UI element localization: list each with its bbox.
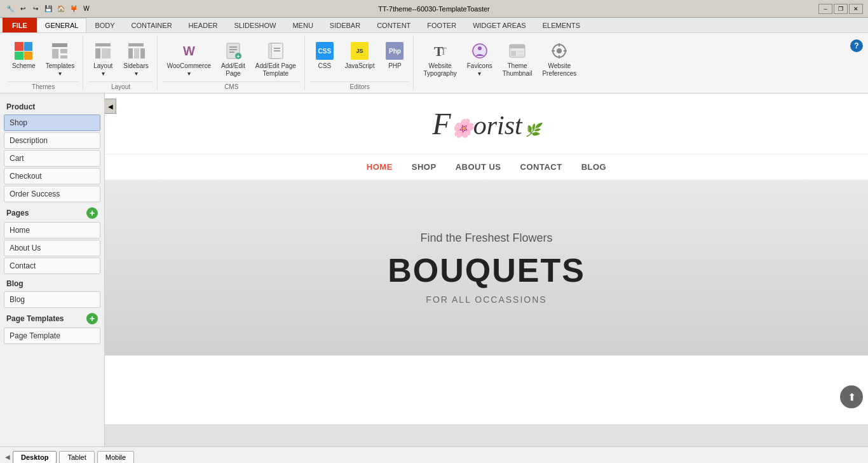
sidebar-section-blog: Blog bbox=[4, 275, 100, 290]
tab-elements[interactable]: ELEMENTS bbox=[534, 18, 588, 32]
sidebar-item-shop[interactable]: Shop bbox=[4, 114, 100, 131]
hero-description: FOR ALL OCCASSIONS bbox=[130, 294, 843, 305]
bottom-bar: ◀ Desktop Tablet Mobile bbox=[0, 446, 868, 463]
woo-icon[interactable]: W bbox=[81, 4, 92, 14]
tab-header[interactable]: HEADER bbox=[180, 18, 226, 32]
collapse-sidebar-button[interactable]: ◀ bbox=[105, 99, 116, 114]
tab-sidebar[interactable]: SIDEBAR bbox=[322, 18, 369, 32]
theme-thumbnail-icon bbox=[507, 41, 527, 61]
add-page-button[interactable]: + bbox=[86, 207, 98, 219]
sidebar-item-about-us[interactable]: About Us bbox=[4, 240, 100, 256]
svg-rect-10 bbox=[140, 48, 145, 59]
svg-rect-3 bbox=[60, 55, 67, 59]
php-button[interactable]: Php PHP bbox=[380, 38, 409, 73]
nav-item-about-us[interactable]: ABOUT US bbox=[456, 162, 501, 172]
home-icon[interactable]: 🏠 bbox=[56, 4, 66, 14]
svg-rect-1 bbox=[52, 49, 58, 59]
hero-subtitle: Find the Freshest Flowers bbox=[130, 232, 843, 245]
layout-button[interactable]: Layout▾ bbox=[88, 38, 118, 80]
sidebars-label: Sidebars▾ bbox=[123, 62, 148, 78]
add-edit-template-label: Add/Edit PageTemplate bbox=[255, 62, 296, 78]
sidebar-item-blog[interactable]: Blog bbox=[4, 291, 100, 308]
sidebar-item-contact[interactable]: Contact bbox=[4, 258, 100, 274]
fox-icon[interactable]: 🦊 bbox=[69, 4, 79, 14]
tab-footer[interactable]: FOOTER bbox=[419, 18, 465, 32]
ribbon: FILE GENERAL BODY CONTAINER HEADER SLIDE… bbox=[0, 18, 868, 93]
sidebar-section-page-templates: Page Templates + bbox=[4, 309, 100, 326]
nav-item-contact[interactable]: CONTACT bbox=[520, 162, 562, 172]
add-edit-template-button[interactable]: Add/Edit PageTemplate bbox=[251, 38, 301, 80]
nav-item-home[interactable]: HOME bbox=[367, 162, 393, 172]
sidebar-item-cart[interactable]: Cart bbox=[4, 150, 100, 167]
app-icon: 🔧 bbox=[5, 4, 15, 14]
favicons-icon bbox=[470, 41, 490, 61]
preview-area: ◀ F🌸orist🌿 HOME SHOP ABOUT US CONTACT BL… bbox=[105, 93, 868, 446]
sidebar-item-checkout[interactable]: Checkout bbox=[4, 168, 100, 184]
sidebars-button[interactable]: Sidebars▾ bbox=[119, 38, 153, 80]
website-typography-button[interactable]: T T WebsiteTypography bbox=[419, 38, 461, 80]
website-preferences-button[interactable]: WebsitePreferences bbox=[538, 38, 581, 80]
nav-item-shop[interactable]: SHOP bbox=[412, 162, 437, 172]
woocommerce-button[interactable]: W WooCommerce▾ bbox=[163, 38, 215, 80]
main-layout: Product Shop Description Cart Checkout O… bbox=[0, 93, 868, 446]
javascript-button[interactable]: JS JavaScript bbox=[341, 38, 379, 73]
ribbon-tab-bar: FILE GENERAL BODY CONTAINER HEADER SLIDE… bbox=[0, 18, 868, 33]
themes-items: Scheme Templates▾ bbox=[8, 36, 79, 80]
add-edit-page-button[interactable]: + Add/EditPage bbox=[217, 38, 250, 80]
sidebar-item-description[interactable]: Description bbox=[4, 132, 100, 149]
tab-body[interactable]: BODY bbox=[86, 18, 123, 32]
website-preview: F🌸orist🌿 HOME SHOP ABOUT US CONTACT BLOG… bbox=[105, 93, 868, 424]
layout-label: Layout▾ bbox=[93, 62, 112, 78]
save-icon[interactable]: 💾 bbox=[43, 4, 53, 14]
tab-content[interactable]: CONTENT bbox=[369, 18, 419, 32]
sidebar-item-home[interactable]: Home bbox=[4, 222, 100, 238]
website-preferences-label: WebsitePreferences bbox=[542, 62, 576, 78]
product-section-label: Product bbox=[6, 102, 35, 111]
tab-container[interactable]: CONTAINER bbox=[123, 18, 180, 32]
scheme-button[interactable]: Scheme bbox=[8, 38, 40, 73]
theme-thumbnail-button[interactable]: ThemeThumbnail bbox=[498, 38, 537, 80]
sidebar-section-product: Product bbox=[4, 99, 100, 113]
css-button[interactable]: CSS CSS bbox=[310, 38, 339, 73]
desktop-view-button[interactable]: Desktop bbox=[13, 451, 57, 464]
redo-icon[interactable]: ↪ bbox=[31, 4, 41, 14]
sidebar-section-pages: Pages + bbox=[4, 204, 100, 221]
svg-rect-8 bbox=[128, 48, 133, 59]
restore-button[interactable]: ❐ bbox=[834, 4, 848, 14]
sidebar-item-order-success[interactable]: Order Success bbox=[4, 186, 100, 202]
ribbon-group-editors: CSS CSS JS JavaScript Php PHP Edi bbox=[306, 36, 414, 90]
website-items: T T WebsiteTypography Favicons▾ bbox=[419, 36, 581, 90]
minimize-button[interactable]: – bbox=[818, 4, 832, 14]
templates-button[interactable]: Templates▾ bbox=[41, 38, 79, 80]
layout-items: Layout▾ Sidebars▾ bbox=[88, 36, 153, 80]
svg-rect-27 bbox=[511, 51, 516, 56]
nav-items: HOME SHOP ABOUT US CONTACT BLOG bbox=[105, 162, 868, 172]
tab-file[interactable]: FILE bbox=[3, 18, 37, 32]
title-bar: 🔧 ↩ ↪ 💾 🏠 🦊 W TT-7theme--60030-TemplateT… bbox=[0, 0, 868, 18]
scroll-left-button[interactable]: ◀ bbox=[5, 453, 10, 460]
svg-rect-0 bbox=[52, 43, 67, 47]
mobile-view-button[interactable]: Mobile bbox=[97, 451, 134, 464]
undo-icon[interactable]: ↩ bbox=[18, 4, 28, 14]
ribbon-group-website: T T WebsiteTypography Favicons▾ bbox=[415, 36, 585, 90]
add-page-template-button[interactable]: + bbox=[86, 313, 98, 324]
tab-menu[interactable]: MENU bbox=[284, 18, 321, 32]
close-button[interactable]: ✕ bbox=[849, 4, 863, 14]
sidebar-item-page-template[interactable]: Page Template bbox=[4, 328, 100, 344]
favicons-button[interactable]: Favicons▾ bbox=[463, 38, 497, 80]
nav-item-blog[interactable]: BLOG bbox=[581, 162, 607, 172]
add-edit-page-label: Add/EditPage bbox=[221, 62, 245, 78]
tab-general[interactable]: GENERAL bbox=[37, 18, 87, 32]
blog-section-label: Blog bbox=[6, 279, 24, 288]
help-button[interactable]: ? bbox=[850, 39, 863, 52]
tab-widget-areas[interactable]: WIDGET AREAS bbox=[465, 18, 534, 32]
layout-icon bbox=[93, 41, 113, 61]
tablet-view-button[interactable]: Tablet bbox=[59, 451, 94, 464]
woocommerce-icon: W bbox=[179, 41, 199, 61]
templates-icon bbox=[50, 41, 70, 61]
scroll-up-button[interactable]: ⬆ bbox=[840, 385, 863, 408]
logo-flower: 🌸 bbox=[451, 118, 473, 138]
svg-rect-9 bbox=[134, 48, 139, 59]
add-edit-page-icon: + bbox=[223, 41, 243, 61]
tab-slideshow[interactable]: SLIDESHOW bbox=[226, 18, 284, 32]
